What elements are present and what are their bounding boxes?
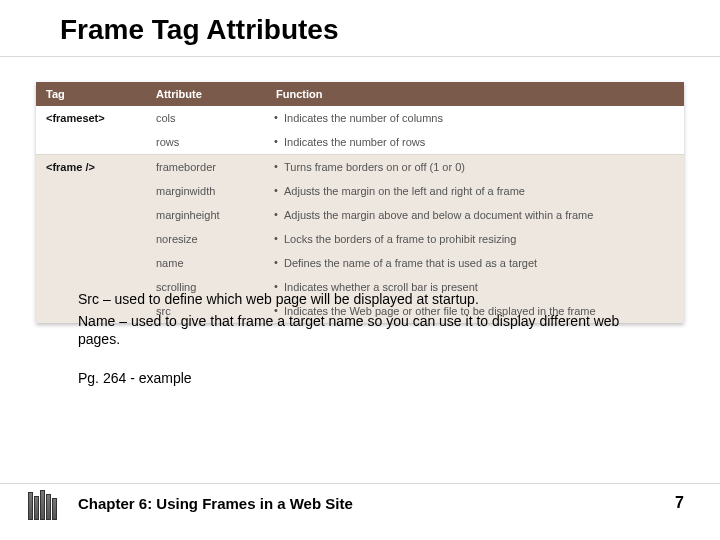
function-cell: Adjusts the margin above and below a doc… [266,203,684,227]
attributes-table: Tag Attribute Function <frameset> cols I… [36,82,684,323]
slide: Frame Tag Attributes Tag Attribute Funct… [0,0,720,540]
attribute-cell: noresize [146,227,266,251]
function-cell: Indicates the number of rows [266,130,684,155]
table-row: <frame /> frameborder Turns frame border… [36,155,684,180]
table-row: marginheight Adjusts the margin above an… [36,203,684,227]
tag-cell [36,130,146,155]
col-tag: Tag [36,82,146,106]
attribute-cell: marginwidth [146,179,266,203]
page-reference: Pg. 264 - example [78,370,192,386]
tag-cell [36,203,146,227]
table-header-row: Tag Attribute Function [36,82,684,106]
attribute-cell: cols [146,106,266,130]
attribute-cell: name [146,251,266,275]
attribute-cell: frameborder [146,155,266,180]
notes-block: Src – used to define which web page will… [78,290,658,353]
table-row: rows Indicates the number of rows [36,130,684,155]
function-cell: Indicates the number of columns [266,106,684,130]
slide-title: Frame Tag Attributes [60,14,338,46]
function-cell: Locks the borders of a frame to prohibit… [266,227,684,251]
attribute-cell: rows [146,130,266,155]
function-cell: Adjusts the margin on the left and right… [266,179,684,203]
note-name: Name – used to give that frame a target … [78,312,658,348]
tag-cell [36,179,146,203]
table-row: noresize Locks the borders of a frame to… [36,227,684,251]
tag-cell: <frame /> [36,155,146,180]
footer-divider [0,483,720,484]
col-attribute: Attribute [146,82,266,106]
chapter-title: Chapter 6: Using Frames in a Web Site [78,495,353,512]
table-row: marginwidth Adjusts the margin on the le… [36,179,684,203]
tag-cell [36,251,146,275]
tag-cell: <frameset> [36,106,146,130]
page-number: 7 [675,494,684,512]
title-divider [0,56,720,57]
attribute-cell: marginheight [146,203,266,227]
series-logo-icon [28,488,70,520]
note-src: Src – used to define which web page will… [78,290,658,308]
function-cell: Turns frame borders on or off (1 or 0) [266,155,684,180]
table-row: <frameset> cols Indicates the number of … [36,106,684,130]
table-row: name Defines the name of a frame that is… [36,251,684,275]
col-function: Function [266,82,684,106]
tag-cell [36,227,146,251]
function-cell: Defines the name of a frame that is used… [266,251,684,275]
